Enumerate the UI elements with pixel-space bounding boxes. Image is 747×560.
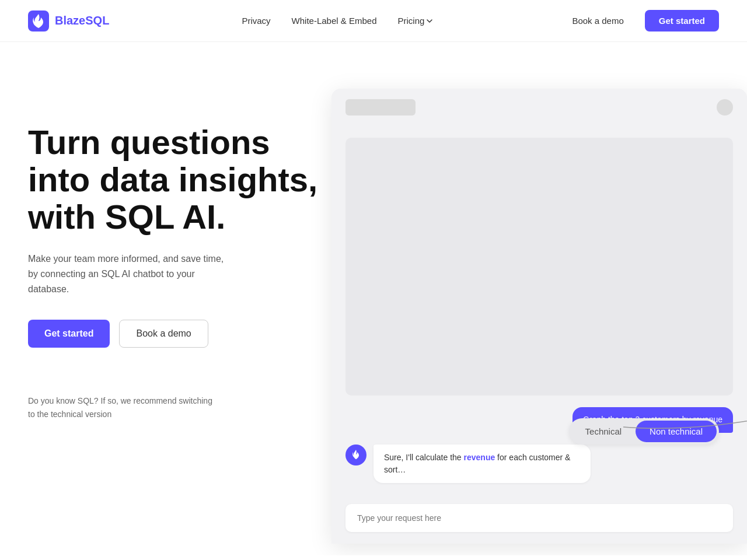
book-demo-hero-button[interactable]: Book a demo: [119, 320, 208, 348]
bot-message-row: Sure, I'll calculate the revenue for eac…: [345, 444, 591, 483]
chat-window: Graph the top 3 customers by revenue Sur…: [331, 89, 747, 544]
technical-toggle[interactable]: Technical: [571, 421, 636, 442]
chat-menu-icon: [717, 99, 733, 116]
chat-input-area: [331, 495, 747, 544]
flame-icon: [28, 10, 49, 32]
chat-topbar: [331, 89, 747, 126]
chat-input[interactable]: [345, 504, 733, 532]
brand-name: BlazeSQL: [55, 14, 109, 27]
hero-section: Turn questions into data insights, with …: [0, 42, 747, 555]
brand-logo[interactable]: BlazeSQL: [28, 10, 109, 32]
bot-flame-icon: [350, 449, 362, 461]
book-demo-nav-button[interactable]: Book a demo: [565, 11, 630, 30]
chat-title-bar: [345, 99, 416, 116]
navbar: BlazeSQL Privacy White-Label & Embed Pri…: [0, 0, 747, 42]
bot-avatar: [345, 444, 366, 466]
hero-content: Turn questions into data insights, with …: [28, 89, 320, 421]
non-technical-toggle[interactable]: Non technical: [636, 421, 717, 442]
nav-link-whitelabel[interactable]: White-Label & Embed: [292, 16, 377, 26]
get-started-nav-button[interactable]: Get started: [645, 10, 719, 32]
nav-link-privacy[interactable]: Privacy: [242, 16, 270, 26]
nav-link-pricing[interactable]: Pricing: [398, 16, 433, 26]
chat-graph-area: [345, 138, 733, 396]
chevron-down-icon: [427, 19, 432, 23]
chat-demo-area: Graph the top 3 customers by revenue Sur…: [296, 89, 719, 497]
bot-message: Sure, I'll calculate the revenue for eac…: [374, 444, 591, 483]
hero-title: Turn questions into data insights, with …: [28, 124, 320, 235]
get-started-hero-button[interactable]: Get started: [28, 320, 110, 348]
nav-actions: Book a demo Get started: [565, 10, 719, 32]
hero-buttons: Get started Book a demo: [28, 320, 320, 348]
version-toggle: Technical Non technical: [569, 418, 719, 444]
sql-hint-text: Do you know SQL? If so, we recommend swi…: [28, 394, 215, 421]
hero-subtitle: Make your team more informed, and save t…: [28, 251, 226, 296]
nav-links: Privacy White-Label & Embed Pricing: [242, 16, 432, 26]
